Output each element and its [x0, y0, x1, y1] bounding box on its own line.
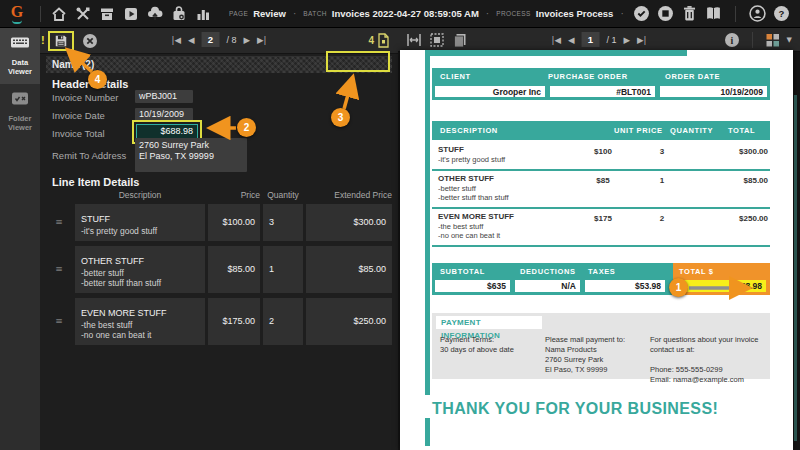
cell-price[interactable]: $175.00 [208, 298, 260, 345]
last-page-button[interactable]: ▶| [257, 35, 266, 45]
col-description: DESCRIPTION [440, 126, 498, 135]
item-title: EVEN MORE STUFF [438, 212, 572, 222]
divider [40, 6, 41, 22]
select-region-icon[interactable] [429, 32, 445, 48]
save-button-highlight [48, 31, 74, 51]
save-icon[interactable] [54, 34, 68, 48]
col-unit-price: UNIT PRICE [614, 126, 663, 135]
cell-quantity[interactable]: 3 [263, 204, 303, 241]
top-bar: G PAGE Review · BATCH Invoices 2022-04-2… [0, 0, 800, 28]
callout-badge-3: 3 [331, 108, 350, 127]
chevron-down-icon[interactable]: ▼ [787, 36, 792, 44]
prev-page-button[interactable]: ◀ [188, 35, 195, 45]
next-page-button[interactable]: ▶ [244, 35, 251, 45]
vertical-scrollbar[interactable] [794, 95, 797, 441]
page-count-label: / 8 [226, 35, 236, 45]
view-options-icon[interactable] [765, 32, 781, 48]
crumb-dot: · [486, 8, 489, 19]
book-icon[interactable] [705, 5, 722, 22]
play-box-icon[interactable] [123, 6, 139, 22]
line-item-details-title: Line Item Details [52, 176, 139, 188]
upload-cloud-icon[interactable] [147, 6, 163, 22]
row-grip-icon[interactable]: ≡ [46, 298, 72, 345]
page-accent-left-bar [425, 50, 430, 395]
alert-indicator: ! [41, 34, 45, 46]
cell-description[interactable]: OTHER STUFF-better stuff -better stuff t… [75, 246, 205, 293]
order-date-value: 10/19/2009 [660, 86, 767, 97]
current-page-input[interactable]: 2 [201, 32, 219, 47]
cell-extended-price[interactable]: $250.00 [306, 298, 392, 345]
cell-quantity[interactable]: 1 [263, 246, 303, 293]
grooper-logo[interactable]: G [0, 3, 34, 24]
col-price: Price [208, 190, 260, 200]
item-quantity: 1 [634, 174, 690, 203]
left-sidebar: Data Viewer Folder Viewer [0, 28, 40, 450]
current-page-input[interactable]: 1 [581, 32, 599, 47]
fit-width-icon[interactable] [406, 32, 422, 48]
user-icon[interactable] [749, 5, 766, 22]
prev-page-button[interactable]: ◀ [568, 35, 575, 45]
page-icon[interactable] [377, 33, 390, 48]
process-value[interactable]: Invoices Process [536, 8, 614, 19]
sidebar-item-folder-viewer[interactable]: Folder Viewer [0, 84, 40, 140]
approve-badge-icon[interactable] [633, 5, 650, 22]
cancel-icon[interactable] [82, 33, 98, 49]
bag-gear-icon[interactable] [171, 6, 187, 22]
cell-price[interactable]: $100.00 [208, 204, 260, 241]
item-notes: -the best stuff -no one can beat it [438, 222, 572, 241]
invoice-header-band: CLIENT PURCHASE ORDER ORDER DATE Grooper… [432, 68, 770, 100]
archive-box-icon[interactable] [99, 6, 115, 22]
crumb-dot: · [293, 8, 296, 19]
cell-price[interactable]: $85.00 [208, 246, 260, 293]
subtotal-label: SUBTOTAL [440, 267, 485, 276]
pages-icon[interactable] [452, 32, 468, 48]
invoice-total-field[interactable]: $688.98 [136, 124, 198, 139]
bar-chart-icon[interactable] [195, 6, 211, 22]
page-badge-count: 4 [368, 35, 374, 46]
invoice-date-label: Invoice Date [52, 110, 105, 121]
row-grip-icon[interactable]: ≡ [46, 246, 72, 293]
page-label: PAGE [229, 10, 248, 17]
batch-value[interactable]: Invoices 2022-04-27 08:59:05 AM [332, 8, 479, 19]
divider [752, 32, 753, 48]
client-label: CLIENT [440, 72, 471, 81]
logo-anchor [12, 20, 22, 24]
last-page-button[interactable]: ▶| [637, 35, 646, 45]
cell-quantity[interactable]: 2 [263, 298, 303, 345]
row-grip-icon[interactable]: ≡ [46, 204, 72, 241]
callout-badge-1: 1 [669, 278, 688, 297]
client-value: Grooper Inc [435, 86, 545, 97]
order-date-label: ORDER DATE [665, 72, 720, 81]
trash-icon[interactable] [681, 5, 698, 22]
help-icon[interactable]: ? [773, 5, 790, 22]
app-window: G PAGE Review · BATCH Invoices 2022-04-2… [0, 0, 800, 450]
sidebar-item-data-viewer[interactable]: Data Viewer [0, 28, 40, 84]
next-page-button[interactable]: ▶ [624, 35, 631, 45]
item-title: STUFF [438, 145, 572, 155]
item-quantity: 2 [634, 212, 690, 241]
home-icon[interactable] [51, 6, 67, 22]
cell-description[interactable]: STUFF-it's pretty good stuff [75, 204, 205, 241]
info-icon[interactable]: i [724, 32, 740, 48]
cell-description[interactable]: EVEN MORE STUFF-the best stuff -no one c… [75, 298, 205, 345]
page-value[interactable]: Review [253, 8, 286, 19]
deductions-value: N/A [515, 280, 580, 292]
tools-icon[interactable] [75, 6, 91, 22]
cell-extended-price[interactable]: $300.00 [306, 204, 392, 241]
item-quantity: 3 [634, 145, 690, 165]
mail-payment-address: Please mail payment to: Nama Products 27… [545, 335, 650, 375]
cell-extended-price[interactable]: $85.00 [306, 246, 392, 293]
invoice-number-field[interactable]: wPBJ001 [135, 90, 193, 103]
svg-text:i: i [730, 35, 733, 46]
first-page-button[interactable]: |◀ [552, 35, 561, 45]
item-unit-price: $175 [572, 212, 634, 241]
col-quantity: QUANTITY [670, 126, 713, 135]
invoice-row: OTHER STUFF-better stuff -better stuff t… [432, 171, 770, 209]
item-total: $85.00 [690, 174, 770, 203]
stop-icon[interactable] [657, 5, 674, 22]
remit-address-field[interactable]: 2760 Surrey Park El Paso, TX 99999 [135, 138, 247, 172]
item-total: $250.00 [690, 212, 770, 241]
first-page-button[interactable]: |◀ [172, 35, 181, 45]
callout-badge-4: 4 [88, 70, 107, 89]
col-extended-price: Extended Price [306, 190, 392, 200]
